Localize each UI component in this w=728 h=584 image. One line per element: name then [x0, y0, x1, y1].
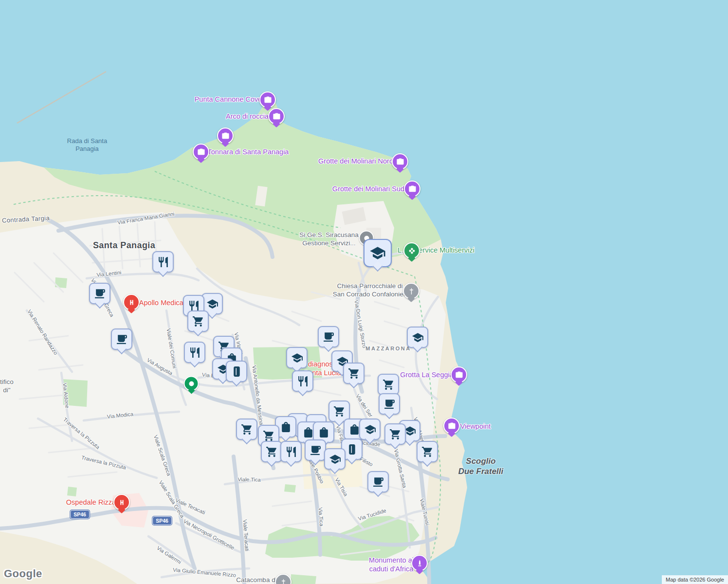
school-icon — [412, 331, 424, 344]
photo-icon — [264, 96, 272, 104]
cart-icon — [241, 423, 253, 436]
hospital-pin[interactable] — [123, 294, 140, 310]
school-icon — [364, 423, 376, 436]
book-icon — [346, 443, 358, 456]
monument-pin[interactable] — [411, 555, 428, 571]
cafe-pin[interactable] — [111, 328, 132, 350]
church-icon — [407, 287, 416, 295]
cafe-pin[interactable] — [318, 326, 339, 347]
clover-icon — [408, 247, 416, 255]
photo-pin[interactable] — [392, 153, 408, 170]
photo-icon — [273, 112, 281, 121]
restaurant-pin[interactable] — [292, 370, 313, 392]
bag-icon — [280, 421, 292, 433]
photo-icon — [455, 371, 463, 379]
bag-icon — [348, 423, 361, 436]
cafe-icon — [94, 288, 106, 300]
cross-pin[interactable] — [275, 574, 291, 584]
restaurant-pin[interactable] — [184, 342, 205, 363]
restaurant-icon — [297, 375, 309, 387]
cart-pin[interactable] — [343, 363, 364, 384]
cafe-icon — [323, 331, 335, 343]
restaurant-icon — [189, 347, 201, 359]
restaurant-icon — [157, 256, 169, 268]
photo-pin[interactable] — [268, 108, 285, 125]
cart-icon — [389, 428, 401, 440]
school-icon — [329, 453, 341, 465]
photo-icon — [396, 158, 404, 166]
cart-icon — [421, 446, 434, 458]
cart-icon — [348, 367, 360, 380]
restaurant-icon — [285, 446, 297, 458]
hospital-pin[interactable] — [113, 494, 130, 511]
cross-icon — [279, 578, 288, 584]
bag-icon — [302, 426, 314, 438]
photo-pin[interactable] — [451, 366, 467, 383]
google-logo[interactable]: Google — [4, 567, 42, 580]
school-big-icon — [369, 245, 386, 261]
cart-pin[interactable] — [236, 419, 257, 440]
cafe-icon — [309, 444, 322, 456]
photo-pin[interactable] — [404, 181, 420, 197]
school-icon — [206, 298, 218, 310]
cart-pin[interactable] — [384, 423, 406, 445]
photo-icon — [221, 132, 230, 140]
photo-pin[interactable] — [217, 128, 234, 144]
cafe-pin[interactable] — [89, 283, 110, 304]
school-icon — [291, 352, 303, 364]
cafe-pin[interactable] — [305, 439, 326, 461]
book-pin[interactable] — [226, 361, 247, 382]
clover-pin[interactable] — [403, 242, 420, 259]
cafe-icon — [116, 333, 128, 346]
school-pin[interactable] — [359, 419, 381, 440]
cart-icon — [382, 379, 395, 391]
restaurant-pin[interactable] — [152, 251, 174, 273]
school-big-pin[interactable] — [364, 239, 392, 267]
bag-icon — [318, 426, 330, 438]
photo-icon — [408, 185, 417, 193]
book-icon — [231, 365, 243, 378]
church-pin[interactable] — [403, 283, 419, 299]
school-pin[interactable] — [407, 327, 428, 348]
restaurant-pin[interactable] — [280, 441, 302, 462]
cart-pin[interactable] — [378, 374, 399, 395]
cart-icon — [266, 446, 278, 458]
cart-pin[interactable] — [417, 441, 438, 462]
map-attribution: Map data ©2026 Google — [662, 575, 728, 584]
photo-icon — [197, 148, 205, 156]
cart-pin[interactable] — [187, 310, 209, 332]
cart-icon — [333, 405, 346, 418]
cafe-pin[interactable] — [367, 471, 389, 493]
cart-icon — [192, 315, 204, 328]
greendot-pin[interactable] — [184, 376, 199, 391]
cafe-icon — [383, 398, 396, 410]
map-markers-layer — [0, 0, 728, 584]
school-pin[interactable] — [286, 347, 308, 368]
photo-icon — [448, 422, 456, 430]
photo-pin[interactable] — [443, 418, 460, 434]
cart-icon — [263, 430, 275, 442]
cafe-pin[interactable] — [379, 393, 400, 415]
hospital-icon — [127, 298, 136, 307]
restaurant-icon — [188, 300, 200, 312]
monument-icon — [416, 559, 424, 567]
cart-pin[interactable] — [261, 441, 282, 462]
map-canvas[interactable]: Via Franca Maria GianniVia LentiniViale … — [0, 0, 728, 584]
photo-pin[interactable] — [193, 144, 209, 160]
hospital-icon — [118, 498, 126, 507]
photo-pin[interactable] — [259, 91, 276, 108]
cafe-icon — [372, 476, 384, 488]
school-pin[interactable] — [324, 448, 346, 470]
